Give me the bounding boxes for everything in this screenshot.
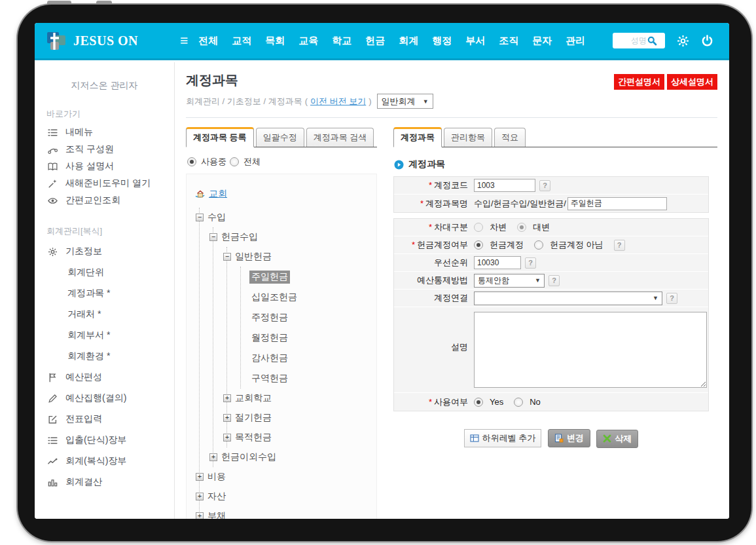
description-textarea[interactable] xyxy=(474,312,707,388)
nav-item[interactable]: 조직 xyxy=(499,35,518,47)
tree-node[interactable]: 교회학교 xyxy=(235,392,272,404)
nav-item[interactable]: 헌금 xyxy=(365,35,385,47)
tree-node-income[interactable]: 수입 xyxy=(207,212,226,223)
radio-offering-account[interactable] xyxy=(474,240,483,250)
tree-node[interactable]: 절기헌금 xyxy=(235,412,272,424)
detail-manual-button[interactable]: 상세설명서 xyxy=(667,74,717,90)
sidebar-item-budget-execution[interactable]: 예산집행(결의) xyxy=(35,388,174,409)
search-input[interactable] xyxy=(617,36,647,45)
radio-use-no[interactable] xyxy=(514,398,523,407)
account-book-select[interactable]: 일반회계 ▼ xyxy=(377,94,433,109)
nav-item[interactable]: 학교 xyxy=(332,35,351,47)
account-path-prefix: 수입/헌금수입/일반헌금/ xyxy=(474,198,566,210)
sidebar-item-account-titles[interactable]: 계정과목 * xyxy=(35,283,174,304)
tree-node[interactable]: 월정헌금 xyxy=(249,331,290,345)
nav-item[interactable]: 교적 xyxy=(232,35,251,47)
radio-credit[interactable] xyxy=(517,223,526,232)
tree-node-liabilities[interactable]: 부채 xyxy=(207,510,226,519)
sidebar-item-accounting-unit[interactable]: 회계단위 xyxy=(35,262,174,283)
tree-collapse-icon[interactable]: − xyxy=(223,253,231,261)
sidebar-item-accounting-closing[interactable]: 회계결산 xyxy=(35,472,174,493)
section-play-icon xyxy=(394,160,404,170)
sidebar-item-quick-member-lookup[interactable]: 간편교인조회 xyxy=(35,192,174,209)
priority-input[interactable] xyxy=(474,256,521,269)
settings-gear-icon[interactable] xyxy=(676,34,690,48)
help-icon[interactable]: ? xyxy=(525,257,536,269)
tree-node[interactable]: 구역헌금 xyxy=(249,372,290,385)
radio-not-offering-account[interactable] xyxy=(534,240,543,250)
tree-node[interactable]: 주정헌금 xyxy=(249,311,290,324)
budget-control-select[interactable]: 통제안함 ▼ xyxy=(474,274,545,288)
sidebar-item-accounting-env[interactable]: 회계환경 * xyxy=(35,346,174,367)
tab-remarks[interactable]: 적요 xyxy=(494,128,526,147)
sidebar-item-voucher-entry[interactable]: 전표입력 xyxy=(35,409,174,430)
tree-expand-icon[interactable]: + xyxy=(209,453,217,461)
sidebar-item-my-menu[interactable]: 내메뉴 xyxy=(35,124,174,141)
tree-expand-icon[interactable]: + xyxy=(196,512,204,519)
tree-expand-icon[interactable]: + xyxy=(223,434,231,442)
breadcrumb-path: 회계관리 / 기초정보 / 계정과목 xyxy=(186,96,302,107)
tree-node[interactable]: 감사헌금 xyxy=(249,352,290,365)
tree-expand-icon[interactable]: + xyxy=(223,394,231,402)
tree-node[interactable]: 목적헌금 xyxy=(235,432,272,443)
edit-button[interactable]: 변경 xyxy=(548,429,590,447)
tree-node[interactable]: 십일조헌금 xyxy=(249,291,299,304)
user-profile-name[interactable]: 지저스온 관리자 xyxy=(35,80,174,92)
sidebar-item-user-guide[interactable]: 사용 설명서 xyxy=(35,158,174,175)
tab-managed-items[interactable]: 관리항목 xyxy=(444,128,492,147)
radio-use-yes[interactable] xyxy=(474,398,483,407)
sidebar-item-newyear-helper[interactable]: 새해준비도우미 열기 xyxy=(35,175,174,192)
nav-item[interactable]: 부서 xyxy=(465,35,485,47)
nav-item[interactable]: 목회 xyxy=(265,35,285,47)
help-icon[interactable]: ? xyxy=(549,275,560,286)
delete-button[interactable]: 삭제 xyxy=(596,430,638,448)
tab-account-register[interactable]: 계정과목 등록 xyxy=(186,127,254,147)
radio-all[interactable] xyxy=(230,157,239,166)
sidebar-item-double-entry-ledger[interactable]: 회계(복식)장부 xyxy=(35,451,174,472)
account-name-input[interactable] xyxy=(567,197,667,210)
radio-in-use[interactable] xyxy=(187,157,196,166)
tree-node-expense[interactable]: 비용 xyxy=(207,471,226,483)
search-icon[interactable] xyxy=(647,35,657,46)
nav-item[interactable]: 행정 xyxy=(432,35,452,47)
tree-node-assets[interactable]: 자산 xyxy=(207,491,226,502)
tab-account-search[interactable]: 계정과목 검색 xyxy=(306,128,374,147)
tree-node-general-offering[interactable]: 일반헌금 xyxy=(235,251,272,263)
sidebar-item-accounting-dept[interactable]: 회계부서 * xyxy=(35,325,174,346)
tree-collapse-icon[interactable]: − xyxy=(196,214,204,221)
tree-collapse-icon[interactable]: − xyxy=(209,233,217,241)
nav-item[interactable]: 관리 xyxy=(566,35,585,47)
tree-expand-icon[interactable]: + xyxy=(196,493,204,500)
tree-node-selected[interactable]: 주일헌금 xyxy=(249,271,290,284)
account-code-input[interactable] xyxy=(474,179,535,192)
tree-expand-icon[interactable]: + xyxy=(223,414,231,422)
sidebar-item-vendors[interactable]: 거래처 * xyxy=(35,304,174,325)
add-sublevel-button[interactable]: 하위레벨 추가 xyxy=(464,429,542,447)
help-icon[interactable]: ? xyxy=(614,240,625,251)
nav-item[interactable]: 회계 xyxy=(399,35,418,47)
tree-node-offering-income[interactable]: 헌금수입 xyxy=(221,231,258,243)
sidebar-item-budget-planning[interactable]: 예산편성 xyxy=(35,367,174,388)
help-icon[interactable]: ? xyxy=(666,293,677,304)
tree-node-other-income[interactable]: 헌금이외수입 xyxy=(221,451,276,463)
nav-item[interactable]: 교육 xyxy=(298,35,318,47)
hamburger-menu-icon[interactable]: ≡ xyxy=(180,33,188,48)
radio-debit[interactable] xyxy=(474,223,483,232)
previous-version-link[interactable]: 이전 버전 보기 xyxy=(310,96,366,107)
nav-item[interactable]: 문자 xyxy=(532,35,552,47)
account-link-select[interactable]: ▼ xyxy=(474,291,662,305)
delete-label: 삭제 xyxy=(615,433,632,445)
power-logout-icon[interactable] xyxy=(701,35,713,47)
tab-account[interactable]: 계정과목 xyxy=(393,127,442,147)
tree-root-church[interactable]: 교회 xyxy=(209,188,227,200)
app-logo[interactable]: JESUS ON xyxy=(35,29,175,52)
sidebar-item-single-entry-ledger[interactable]: 입출(단식)장부 xyxy=(35,430,174,451)
nav-item[interactable]: 전체 xyxy=(198,35,218,47)
tree-expand-icon[interactable]: + xyxy=(196,473,204,481)
sidebar-item-basic-info[interactable]: 기초정보 xyxy=(35,241,174,262)
sidebar-item-org-members[interactable]: 조직 구성원 xyxy=(35,141,174,158)
help-icon[interactable]: ? xyxy=(539,180,550,191)
simple-manual-button[interactable]: 간편설명서 xyxy=(614,74,664,90)
member-search-box[interactable] xyxy=(613,33,665,48)
tab-bulk-edit[interactable]: 일괄수정 xyxy=(256,128,304,147)
